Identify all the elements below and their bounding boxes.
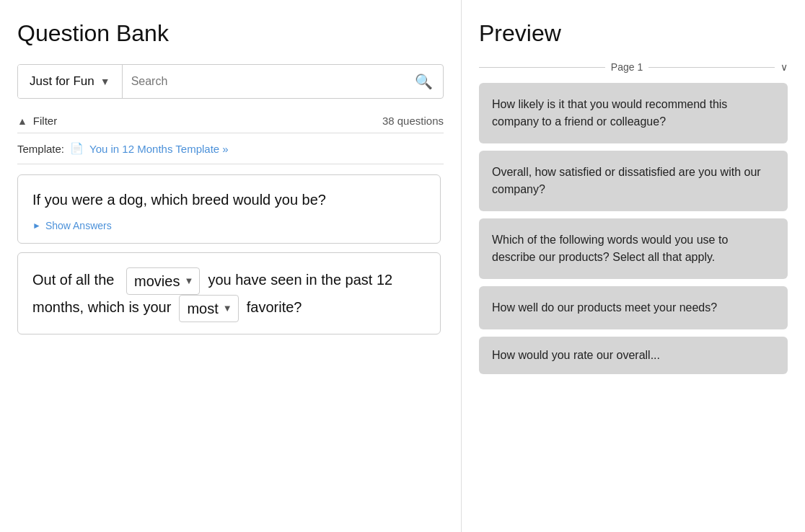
q2-suffix: favorite? <box>247 299 302 315</box>
arrow-icon: ► <box>32 221 41 231</box>
category-label: Just for Fun <box>30 74 94 89</box>
page-line-right <box>648 67 775 68</box>
question-count: 38 questions <box>382 115 444 127</box>
search-input[interactable] <box>131 75 406 88</box>
q2-dropdown1-label: movies <box>134 270 180 293</box>
category-dropdown[interactable]: Just for Fun ▼ <box>18 65 123 98</box>
preview-question-4[interactable]: How well do our products meet your needs… <box>479 286 788 329</box>
chevron-down-icon: ▼ <box>184 274 193 289</box>
preview-question-5-partial[interactable]: How would you rate our overall... <box>479 337 788 374</box>
filter-button[interactable]: ▲ Filter <box>17 115 57 127</box>
filter-row: ▲ Filter 38 questions <box>17 109 444 133</box>
preview-q4-text: How well do our products meet your needs… <box>492 301 717 314</box>
page-chevron-icon[interactable]: ∨ <box>780 61 788 73</box>
preview-question-2[interactable]: Overall, how satisfied or dissatisfied a… <box>479 151 788 211</box>
chevron-down-icon-2: ▼ <box>223 301 232 316</box>
page-title: Question Bank <box>17 20 444 47</box>
template-row: Template: 📄 You in 12 Months Template » <box>17 142 444 164</box>
search-bar: Just for Fun ▼ 🔍 <box>17 64 444 99</box>
preview-title: Preview <box>479 20 788 47</box>
page-line-left <box>479 67 605 68</box>
q2-dropdown2[interactable]: most ▼ <box>179 295 238 322</box>
page-indicator: Page 1 ∨ <box>479 61 788 73</box>
search-icon[interactable]: 🔍 <box>415 73 433 90</box>
preview-q5-text: How would you rate our overall... <box>492 349 660 361</box>
question-2-text: Out of all the movies ▼ you have seen in… <box>32 267 426 322</box>
question-text: If you were a dog, which breed would you… <box>32 190 426 210</box>
question-card: If you were a dog, which breed would you… <box>17 174 441 244</box>
question-card-2: Out of all the movies ▼ you have seen in… <box>17 252 441 334</box>
preview-question-1[interactable]: How likely is it that you would recommen… <box>479 83 788 143</box>
show-answers-button[interactable]: ► Show Answers <box>32 220 426 231</box>
preview-q1-text: How likely is it that you would recommen… <box>492 98 727 128</box>
left-panel: Question Bank Just for Fun ▼ 🔍 ▲ Filter … <box>0 0 462 532</box>
template-icon: 📄 <box>70 142 84 155</box>
template-label: Template: <box>17 143 64 155</box>
questions-list: If you were a dog, which breed would you… <box>17 174 444 532</box>
preview-question-3[interactable]: Which of the following words would you u… <box>479 218 788 279</box>
right-panel: Preview Page 1 ∨ How likely is it that y… <box>462 0 805 532</box>
preview-q3-text: Which of the following words would you u… <box>492 234 728 263</box>
filter-icon: ▲ <box>17 115 27 127</box>
search-input-wrap <box>123 65 415 98</box>
page-label: Page 1 <box>611 61 643 73</box>
chevron-down-icon: ▼ <box>100 76 110 87</box>
filter-label: Filter <box>33 115 57 127</box>
template-link[interactable]: You in 12 Months Template » <box>89 143 229 155</box>
q2-prefix: Out of all the <box>32 272 114 288</box>
preview-q2-text: Overall, how satisfied or dissatisfied a… <box>492 166 761 195</box>
preview-questions: How likely is it that you would recommen… <box>479 83 788 532</box>
q2-dropdown2-label: most <box>187 297 218 320</box>
show-answers-label: Show Answers <box>45 220 112 231</box>
q2-dropdown1[interactable]: movies ▼ <box>126 267 200 295</box>
